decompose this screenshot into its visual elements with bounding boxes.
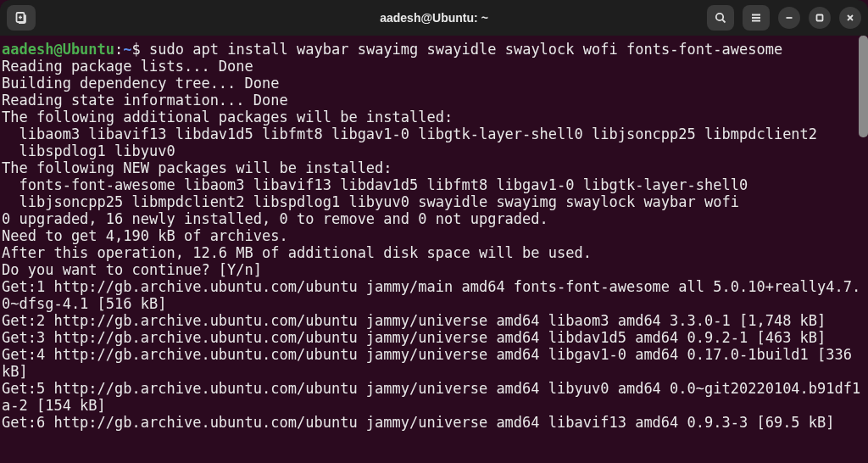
output-line: 0~dfsg-4.1 [516 kB] xyxy=(2,295,166,312)
output-line: Reading package lists... Done xyxy=(2,58,253,75)
output-line: Get:4 http://gb.archive.ubuntu.com/ubunt… xyxy=(2,346,852,363)
output-line: After this operation, 12.6 MB of additio… xyxy=(2,244,592,261)
svg-rect-2 xyxy=(817,15,823,21)
prompt-user-host: aadesh@Ubuntu xyxy=(2,41,114,58)
output-line: Get:5 http://gb.archive.ubuntu.com/ubunt… xyxy=(2,380,860,397)
output-line: libspdlog1 libyuv0 xyxy=(2,142,175,159)
window-title: aadesh@Ubuntu: ~ xyxy=(380,11,488,25)
menu-button[interactable] xyxy=(743,5,770,31)
terminal-content: aadesh@Ubuntu:~$ sudo apt install waybar… xyxy=(2,41,866,431)
new-tab-button[interactable] xyxy=(7,5,36,31)
output-line: Get:6 http://gb.archive.ubuntu.com/ubunt… xyxy=(2,414,835,431)
svg-point-1 xyxy=(716,14,723,20)
scrollbar-thumb[interactable] xyxy=(859,36,868,137)
command-text: sudo apt install waybar swayimg swayidle… xyxy=(149,41,782,58)
output-line: a-2 [154 kB] xyxy=(2,397,106,414)
output-line: Get:2 http://gb.archive.ubuntu.com/ubunt… xyxy=(2,312,826,329)
prompt-path: ~ xyxy=(123,41,131,58)
output-line: Need to get 4,190 kB of archives. xyxy=(2,227,288,244)
titlebar-left xyxy=(7,5,36,31)
output-line: Get:3 http://gb.archive.ubuntu.com/ubunt… xyxy=(2,329,826,346)
output-line: Do you want to continue? [Y/n] xyxy=(2,261,262,278)
close-button[interactable] xyxy=(839,7,861,29)
minimize-button[interactable] xyxy=(778,7,800,29)
prompt-dollar: $ xyxy=(132,41,149,58)
output-line: The following NEW packages will be insta… xyxy=(2,159,392,176)
output-line: The following additional packages will b… xyxy=(2,109,453,126)
output-line: libjsoncpp25 libmpdclient2 libspdlog1 li… xyxy=(2,193,739,210)
maximize-button[interactable] xyxy=(809,7,831,29)
output-line: kB] xyxy=(2,363,28,380)
search-button[interactable] xyxy=(707,5,734,31)
output-line: Building dependency tree... Done xyxy=(2,75,280,92)
output-line: Reading state information... Done xyxy=(2,92,288,109)
titlebar: aadesh@Ubuntu: ~ xyxy=(0,0,868,36)
output-line: Get:1 http://gb.archive.ubuntu.com/ubunt… xyxy=(2,278,860,295)
output-line: 0 upgraded, 16 newly installed, 0 to rem… xyxy=(2,210,548,227)
terminal-area[interactable]: aadesh@Ubuntu:~$ sudo apt install waybar… xyxy=(0,36,868,463)
prompt-colon: : xyxy=(114,41,123,58)
output-line: libaom3 libavif13 libdav1d5 libfmt8 libg… xyxy=(2,126,817,142)
output-line: fonts-font-awesome libaom3 libavif13 lib… xyxy=(2,176,748,193)
titlebar-right xyxy=(707,5,861,31)
